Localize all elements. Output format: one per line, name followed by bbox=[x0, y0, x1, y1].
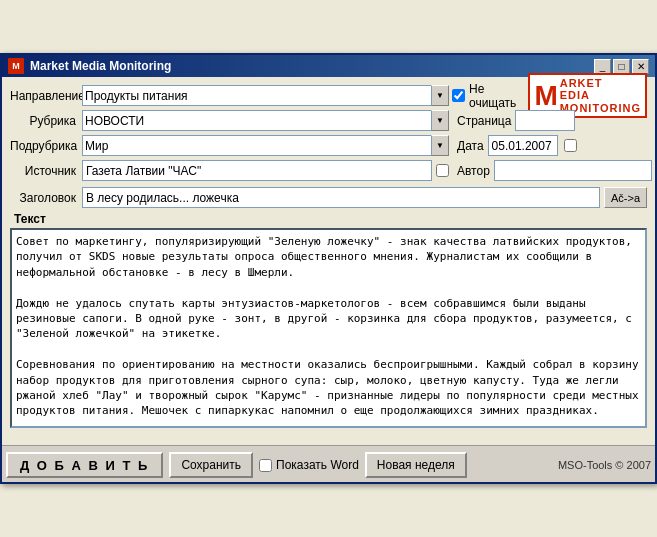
data-checkbox[interactable] bbox=[564, 139, 577, 152]
window-title: Market Media Monitoring bbox=[30, 59, 171, 73]
pokazat-word-checkbox[interactable] bbox=[259, 459, 272, 472]
istochnik-checkbox[interactable] bbox=[436, 164, 449, 177]
minimize-button[interactable]: _ bbox=[594, 59, 611, 74]
napravlenie-select-wrapper: Продукты питания ▼ bbox=[82, 85, 449, 106]
stranitsa-row: Страница bbox=[457, 110, 647, 131]
zagolovok-label: Заголовок bbox=[10, 191, 82, 205]
copyright-text: MSO-Tools © 2007 bbox=[558, 459, 651, 471]
podrubrika-select-wrapper: Мир ▼ bbox=[82, 135, 449, 156]
main-window: M Market Media Monitoring _ □ ✕ Направле… bbox=[0, 53, 657, 484]
tekst-label: Текст bbox=[14, 212, 647, 226]
novaya-nedelya-button[interactable]: Новая неделя bbox=[365, 452, 467, 478]
avtor-input[interactable] bbox=[494, 160, 652, 181]
data-label: Дата bbox=[457, 139, 484, 153]
data-input[interactable] bbox=[488, 135, 558, 156]
rubrika-row: Рубрика НОВОСТИ ▼ bbox=[10, 110, 449, 131]
avtor-row: Автор bbox=[457, 160, 647, 181]
istochnik-label: Источник bbox=[10, 164, 82, 178]
avtor-label: Автор bbox=[457, 164, 490, 178]
window-icon: M bbox=[8, 58, 24, 74]
maximize-button[interactable]: □ bbox=[613, 59, 630, 74]
ne-ochistit-checkbox[interactable] bbox=[452, 89, 465, 102]
right-form: Не очищать M ARKET EDIA MONITORING Стран… bbox=[457, 85, 647, 185]
close-button[interactable]: ✕ bbox=[632, 59, 649, 74]
napravlenie-row: Направление Продукты питания ▼ bbox=[10, 85, 449, 106]
title-controls: _ □ ✕ bbox=[594, 59, 649, 74]
tekst-area-wrapper: Совет по маркетингу, популяризирующий "З… bbox=[10, 228, 647, 431]
rubrika-select-wrapper: НОВОСТИ ▼ bbox=[82, 110, 449, 131]
napravlenie-label: Направление bbox=[10, 89, 82, 103]
stranitsa-label: Страница bbox=[457, 114, 511, 128]
az-button[interactable]: Аč->a bbox=[604, 187, 647, 208]
bottom-bar: Д О Б А В И Т Ь Сохранить Показать Word … bbox=[2, 445, 655, 482]
ne-ochistit-label: Не очищать bbox=[469, 82, 516, 110]
istochnik-input[interactable] bbox=[82, 160, 432, 181]
zagolovok-input[interactable] bbox=[82, 187, 600, 208]
podrubrika-label: Подрубрика bbox=[10, 139, 82, 153]
logo-text: ARKET EDIA MONITORING bbox=[560, 77, 641, 113]
pokazat-word-label: Показать Word bbox=[276, 458, 359, 472]
zagolovok-row: Заголовок Аč->a bbox=[10, 187, 647, 208]
sohranit-button[interactable]: Сохранить bbox=[169, 452, 253, 478]
dobavit-button[interactable]: Д О Б А В И Т Ь bbox=[6, 452, 163, 478]
podrubrika-select[interactable]: Мир bbox=[82, 135, 449, 156]
istochnik-row: Источник bbox=[10, 160, 449, 181]
pokazat-word-group: Показать Word bbox=[259, 458, 359, 472]
stranitsa-input[interactable] bbox=[515, 110, 575, 131]
logo-m: M bbox=[534, 82, 557, 110]
napravlenie-select[interactable]: Продукты питания bbox=[82, 85, 449, 106]
rubrika-label: Рубрика bbox=[10, 114, 82, 128]
title-bar-left: M Market Media Monitoring bbox=[8, 58, 171, 74]
ne-ochistit-row: Не очищать M ARKET EDIA MONITORING bbox=[457, 85, 647, 106]
data-row: Дата bbox=[457, 135, 647, 156]
main-content: Направление Продукты питания ▼ Рубрика Н… bbox=[2, 77, 655, 445]
tekst-textarea[interactable]: Совет по маркетингу, популяризирующий "З… bbox=[10, 228, 647, 428]
podrubrika-row: Подрубрика Мир ▼ bbox=[10, 135, 449, 156]
left-form: Направление Продукты питания ▼ Рубрика Н… bbox=[10, 85, 449, 185]
rubrika-select[interactable]: НОВОСТИ bbox=[82, 110, 449, 131]
